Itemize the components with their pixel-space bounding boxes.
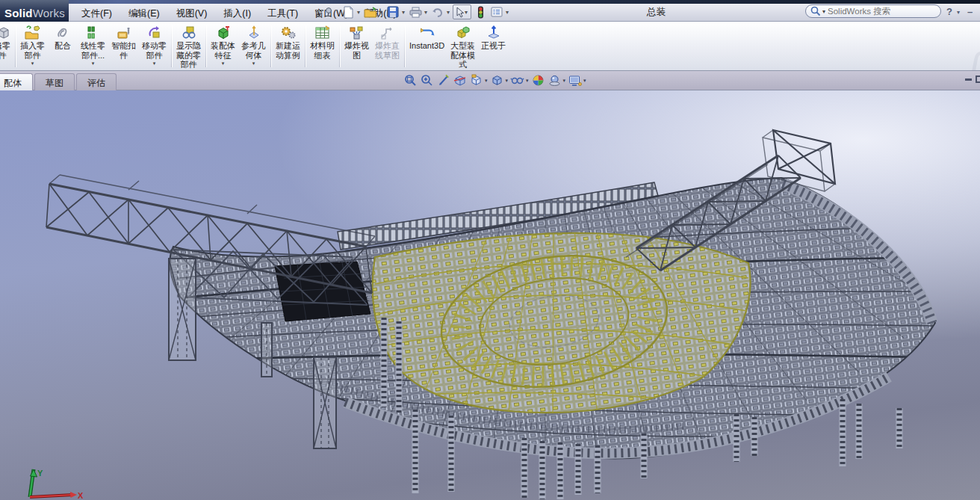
tab-strip: 配体 草图 评估 ▾ ▾ ▾ ▾ ▾ xyxy=(0,71,980,90)
insert-component-button[interactable]: 插入零 部件 ▾ xyxy=(17,23,48,70)
document-restore-icon[interactable] xyxy=(976,75,980,83)
minimize-button[interactable]: – xyxy=(967,6,973,17)
undo-dropdown[interactable]: ▾ xyxy=(447,9,450,16)
move-component-button[interactable]: 移动零 部件 ▾ xyxy=(139,23,170,70)
triad-y-label: Y xyxy=(37,469,43,478)
explode-line-sketch-button[interactable]: 爆炸直 线草图 xyxy=(372,23,403,70)
print-icon[interactable] xyxy=(408,5,423,19)
graphics-viewport[interactable]: Y X xyxy=(0,90,980,500)
menu-tools[interactable]: 工具(T) xyxy=(261,5,305,22)
tab-assembly[interactable]: 配体 xyxy=(0,73,33,90)
show-hidden-components-button[interactable]: 显示隐 藏的零 部件 xyxy=(173,23,204,70)
help-dropdown[interactable]: ▾ xyxy=(957,9,960,16)
bill-of-materials-button[interactable]: 材料明 细表 xyxy=(307,23,338,70)
large-assembly-mode-button[interactable]: 大型装 配体模 式 xyxy=(447,23,478,70)
zoom-to-fit-icon[interactable] xyxy=(403,73,418,87)
smart-fasteners-button[interactable]: 智能扣 件 xyxy=(108,23,139,70)
help-button[interactable]: ? xyxy=(946,6,952,17)
menu-insert[interactable]: 插入(I) xyxy=(217,5,258,22)
ribbon-separator xyxy=(270,25,271,67)
new-motion-study-button[interactable]: 新建运 动算例 xyxy=(273,23,303,70)
assembly-features-icon xyxy=(215,25,232,40)
print-dropdown[interactable]: ▾ xyxy=(424,9,427,16)
pin-icon[interactable] xyxy=(323,6,335,18)
reference-geometry-icon xyxy=(246,25,262,40)
ribbon-separator xyxy=(305,25,306,67)
menu-view[interactable]: 视图(V) xyxy=(170,5,214,22)
solidworks-logo: SolidWorks xyxy=(0,0,69,22)
model-highlighted-zone xyxy=(373,90,751,417)
reference-geometry-dropdown[interactable]: ▾ xyxy=(252,61,255,67)
edit-appearance-icon[interactable] xyxy=(531,73,545,87)
logo-works: Works xyxy=(33,7,65,19)
show-hidden-components-icon xyxy=(181,25,197,40)
hide-show-items-icon[interactable] xyxy=(510,73,524,87)
ribbon-separator xyxy=(339,25,340,67)
search-box[interactable]: ▾ xyxy=(805,4,941,18)
new-document-dropdown[interactable]: ▾ xyxy=(357,9,360,16)
save-icon[interactable] xyxy=(385,5,400,19)
open-icon[interactable] xyxy=(363,5,378,19)
search-scope-dropdown[interactable]: ▾ xyxy=(822,8,825,15)
view-settings-icon[interactable] xyxy=(568,73,582,87)
tab-evaluate[interactable]: 评估 xyxy=(76,73,117,90)
large-assembly-mode-icon xyxy=(455,25,471,40)
mate-button[interactable]: 配合 xyxy=(48,23,78,70)
reference-geometry-button[interactable]: 参考几 何体 ▾ xyxy=(238,23,269,70)
linear-component-pattern-dropdown[interactable]: ▾ xyxy=(92,61,95,67)
hide-show-items-dropdown[interactable]: ▾ xyxy=(526,78,529,84)
search-input[interactable] xyxy=(828,7,925,16)
edit-component-button[interactable]: 辑零 件 xyxy=(0,23,13,70)
save-dropdown[interactable]: ▾ xyxy=(402,9,405,16)
document-minimize-icon[interactable] xyxy=(965,78,972,81)
menu-file[interactable]: 文件(F) xyxy=(75,5,119,22)
smart-fasteners-icon xyxy=(116,25,132,40)
view-orientation-dropdown[interactable]: ▾ xyxy=(485,78,488,84)
heads-up-view-toolbar: ▾ ▾ ▾ ▾ ▾ xyxy=(403,73,586,87)
logo-solid: Solid xyxy=(4,7,33,19)
reference-triad: Y X xyxy=(30,469,84,500)
new-motion-study-icon xyxy=(280,25,297,40)
section-view-icon[interactable] xyxy=(453,73,467,87)
normal-to-icon xyxy=(486,25,502,40)
options-dropdown[interactable]: ▾ xyxy=(506,9,509,16)
ribbon-separator xyxy=(205,25,206,67)
explode-line-sketch-icon xyxy=(379,25,396,40)
tab-sketch[interactable]: 草图 xyxy=(34,73,75,90)
new-document-icon[interactable] xyxy=(341,5,356,19)
apply-scene-dropdown[interactable]: ▾ xyxy=(563,78,566,84)
move-component-dropdown[interactable]: ▾ xyxy=(153,61,156,67)
previous-view-icon[interactable] xyxy=(436,73,450,87)
instant3d-button[interactable]: Instant3D xyxy=(406,23,447,70)
view-orientation-icon[interactable] xyxy=(469,73,483,87)
menu-bar: SolidWorks 文件(F) 编辑(E) 视图(V) 插入(I) 工具(T)… xyxy=(0,0,980,22)
triad-x-label: X xyxy=(78,491,84,500)
command-manager-ribbon: 辑零 件 插入零 部件 ▾ 配合 线性零 部件... ▾ 智能扣 件 移动零 部… xyxy=(0,22,980,71)
menu-edit[interactable]: 编辑(E) xyxy=(122,5,167,22)
display-style-dropdown[interactable]: ▾ xyxy=(506,78,509,84)
undo-icon[interactable] xyxy=(430,5,445,19)
view-settings-dropdown[interactable]: ▾ xyxy=(583,78,586,84)
open-dropdown[interactable]: ▾ xyxy=(379,9,382,16)
window-top-strip xyxy=(0,0,980,4)
apply-scene-icon[interactable] xyxy=(548,73,562,87)
command-manager-tabs: 配体 草图 评估 xyxy=(0,73,117,90)
linear-component-pattern-icon xyxy=(85,25,102,40)
normal-to-button[interactable]: 正视于 xyxy=(478,23,509,70)
linear-component-pattern-button[interactable]: 线性零 部件... ▾ xyxy=(78,23,108,70)
display-style-icon[interactable] xyxy=(490,73,504,87)
mate-icon xyxy=(55,25,71,40)
assembly-features-dropdown[interactable]: ▾ xyxy=(222,61,225,67)
document-window-controls xyxy=(965,75,979,83)
solidworks-window: SolidWorks 文件(F) 编辑(E) 视图(V) 插入(I) 工具(T)… xyxy=(0,0,980,500)
assembly-features-button[interactable]: 装配体 特征 ▾ xyxy=(208,23,238,70)
insert-component-dropdown[interactable]: ▾ xyxy=(31,61,34,67)
ribbon-separator xyxy=(404,25,405,67)
select-dropdown[interactable]: ▾ xyxy=(465,9,468,16)
rebuild-traffic-light-icon[interactable] xyxy=(473,5,488,19)
exploded-view-icon xyxy=(349,25,365,40)
exploded-view-button[interactable]: 爆炸视 图 xyxy=(341,23,372,70)
zoom-to-area-icon[interactable] xyxy=(420,73,434,87)
select-tool[interactable]: ▾ xyxy=(453,4,471,19)
options-list-icon[interactable] xyxy=(489,5,504,19)
